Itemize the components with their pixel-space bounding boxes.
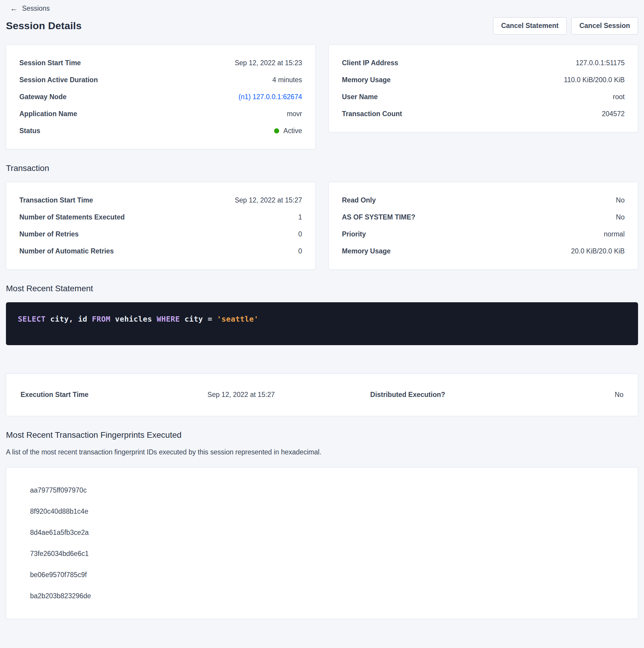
sql-keyword-where: WHERE: [157, 315, 180, 323]
session-details-page: ← Sessions Session Details Cancel Statem…: [0, 0, 644, 648]
retries-value: 0: [298, 230, 302, 238]
transaction-card-left: Transaction Start Time Sep 12, 2022 at 1…: [6, 182, 315, 270]
sql-columns: city, id: [46, 315, 92, 323]
sql-condition: city =: [180, 315, 217, 323]
application-name-value: movr: [287, 110, 302, 118]
status-value: Active: [283, 127, 302, 135]
page-title: Session Details: [6, 20, 81, 32]
transaction-card-right: Read Only No AS OF SYSTEM TIME? No Prior…: [329, 182, 638, 270]
statements-executed-row: Number of Statements Executed 1: [19, 209, 302, 226]
breadcrumb: ← Sessions: [6, 2, 638, 14]
transaction-cards-row: Transaction Start Time Sep 12, 2022 at 1…: [6, 182, 638, 270]
session-active-duration-label: Session Active Duration: [19, 76, 98, 84]
transaction-section-heading: Transaction: [6, 163, 638, 173]
statements-executed-value: 1: [298, 213, 302, 221]
application-name-label: Application Name: [19, 110, 77, 118]
status-row: Status Active: [19, 122, 302, 140]
priority-label: Priority: [342, 230, 366, 238]
sql-statement: SELECT city, id FROM vehicles WHERE city…: [18, 315, 258, 323]
status-badge: Active: [274, 127, 302, 135]
client-ip-row: Client IP Address 127.0.0.1:51175: [342, 54, 625, 71]
sql-table: vehicles: [110, 315, 157, 323]
session-memory-usage-row: Memory Usage 110.0 KiB/200.0 KiB: [342, 71, 625, 89]
statement-section-heading: Most Recent Statement: [6, 284, 638, 293]
fingerprint-list: aa79775ff097970c 8f920c40d88b1c4e 8d4ae6…: [6, 468, 638, 619]
fingerprint-item: be06e9570f785c9f: [6, 564, 638, 586]
automatic-retries-row: Number of Automatic Retries 0: [19, 243, 302, 260]
as-of-system-time-value: No: [616, 213, 625, 221]
retries-row: Number of Retries 0: [19, 226, 302, 243]
session-summary-card-right: Client IP Address 127.0.0.1:51175 Memory…: [329, 45, 638, 132]
fingerprint-item: 73fe26034bd6e6c1: [6, 543, 638, 564]
statements-executed-label: Number of Statements Executed: [19, 213, 125, 221]
read-only-value: No: [616, 196, 625, 204]
session-start-time-value: Sep 12, 2022 at 15:23: [235, 59, 302, 67]
read-only-row: Read Only No: [342, 192, 625, 209]
fingerprint-item: 8d4ae61a5fb3ce2a: [6, 522, 638, 543]
sql-keyword-select: SELECT: [18, 315, 46, 323]
session-summary-card-left: Session Start Time Sep 12, 2022 at 15:23…: [6, 45, 315, 149]
application-name-row: Application Name movr: [19, 105, 302, 122]
fingerprints-description: A list of the most recent transaction fi…: [6, 448, 638, 456]
user-name-label: User Name: [342, 93, 378, 101]
fingerprint-item: ba2b203b823296de: [6, 586, 638, 607]
session-start-time-label: Session Start Time: [19, 59, 81, 67]
sql-statement-box: SELECT city, id FROM vehicles WHERE city…: [6, 302, 638, 345]
gateway-node-row: Gateway Node (n1) 127.0.0.1:62674: [19, 89, 302, 105]
execution-start-time-value: Sep 12, 2022 at 15:27: [208, 391, 370, 399]
transaction-memory-usage-row: Memory Usage 20.0 KiB/20.0 KiB: [342, 243, 625, 260]
read-only-label: Read Only: [342, 196, 376, 204]
automatic-retries-value: 0: [298, 247, 302, 255]
session-active-duration-row: Session Active Duration 4 minutes: [19, 71, 302, 89]
session-memory-usage-value: 110.0 KiB/200.0 KiB: [564, 76, 625, 84]
sql-string-literal: 'seattle': [217, 315, 258, 323]
transaction-memory-usage-value: 20.0 KiB/20.0 KiB: [571, 247, 625, 255]
retries-label: Number of Retries: [19, 230, 78, 238]
as-of-system-time-label: AS OF SYSTEM TIME?: [342, 213, 415, 221]
transaction-start-time-label: Transaction Start Time: [19, 196, 93, 204]
user-name-value: root: [613, 93, 625, 101]
automatic-retries-label: Number of Automatic Retries: [19, 247, 114, 255]
client-ip-label: Client IP Address: [342, 59, 398, 67]
back-arrow-icon[interactable]: ←: [10, 4, 18, 12]
gateway-node-link[interactable]: (n1) 127.0.0.1:62674: [238, 93, 302, 101]
priority-row: Priority normal: [342, 226, 625, 243]
transaction-start-time-value: Sep 12, 2022 at 15:27: [235, 196, 302, 204]
user-name-row: User Name root: [342, 89, 625, 105]
transaction-count-value: 204572: [602, 110, 625, 118]
action-buttons: Cancel Statement Cancel Session: [493, 17, 638, 35]
session-summary-row: Session Start Time Sep 12, 2022 at 15:23…: [6, 45, 638, 149]
status-active-dot-icon: [274, 128, 279, 133]
transaction-start-time-row: Transaction Start Time Sep 12, 2022 at 1…: [19, 192, 302, 209]
cancel-statement-button[interactable]: Cancel Statement: [493, 17, 567, 35]
transaction-memory-usage-label: Memory Usage: [342, 247, 391, 255]
execution-card: Execution Start Time Sep 12, 2022 at 15:…: [6, 374, 638, 416]
gateway-node-label: Gateway Node: [19, 93, 67, 101]
distributed-execution-value: No: [545, 391, 624, 399]
transaction-count-label: Transaction Count: [342, 110, 402, 118]
cancel-session-button[interactable]: Cancel Session: [571, 17, 638, 35]
back-link-sessions[interactable]: Sessions: [22, 4, 50, 12]
title-row: Session Details Cancel Statement Cancel …: [6, 14, 638, 35]
session-memory-usage-label: Memory Usage: [342, 76, 391, 84]
client-ip-value: 127.0.0.1:51175: [576, 59, 625, 67]
fingerprints-section-heading: Most Recent Transaction Fingerprints Exe…: [6, 430, 638, 440]
session-active-duration-value: 4 minutes: [272, 76, 302, 84]
sql-keyword-from: FROM: [92, 315, 110, 323]
priority-value: normal: [604, 230, 625, 238]
fingerprint-item: aa79775ff097970c: [6, 480, 638, 501]
session-start-time-row: Session Start Time Sep 12, 2022 at 15:23: [19, 54, 302, 71]
status-label: Status: [19, 127, 40, 135]
as-of-system-time-row: AS OF SYSTEM TIME? No: [342, 209, 625, 226]
execution-start-time-label: Execution Start Time: [20, 391, 208, 399]
transaction-count-row: Transaction Count 204572: [342, 105, 625, 122]
distributed-execution-label: Distributed Execution?: [370, 391, 545, 399]
fingerprint-item: 8f920c40d88b1c4e: [6, 501, 638, 522]
